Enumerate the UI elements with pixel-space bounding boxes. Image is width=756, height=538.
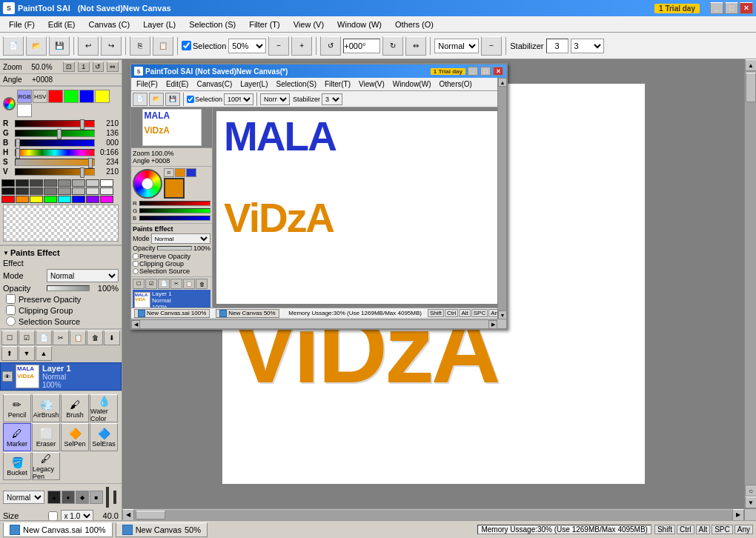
- flip-h-button[interactable]: ⇔: [405, 36, 426, 56]
- airbrush-tool[interactable]: 💨 AirBrush: [32, 394, 60, 422]
- hsv-mode-btn[interactable]: HSV: [33, 90, 47, 103]
- inner-menu-layer[interactable]: Layer(L): [236, 79, 271, 89]
- layer-up-btn[interactable]: ⬆: [1, 346, 18, 361]
- inner-menu-file[interactable]: File(F): [133, 79, 162, 89]
- color-cell-red[interactable]: [1, 196, 15, 203]
- brush-tool[interactable]: 🖌 Brush: [61, 394, 89, 422]
- palette-btn2[interactable]: [64, 90, 79, 103]
- inner-layer-btn1[interactable]: ☐: [133, 279, 145, 289]
- layer-visibility-icon[interactable]: 👁: [2, 371, 13, 382]
- inner-main-swatch[interactable]: [164, 178, 185, 199]
- rotate-reset-button[interactable]: ↺: [93, 62, 105, 72]
- tab1[interactable]: New Canvas.sai 100%: [3, 522, 113, 537]
- hue-circle-btn[interactable]: [3, 97, 16, 110]
- palette-btn3[interactable]: [79, 90, 94, 103]
- inner-canvas-content[interactable]: MALA ViDzA: [216, 111, 503, 304]
- save-button[interactable]: 💾: [49, 36, 70, 56]
- stabilizer-input[interactable]: [546, 39, 568, 53]
- menu-others[interactable]: Others (O): [389, 19, 440, 30]
- layer-new-btn[interactable]: ☐: [1, 331, 18, 345]
- inner-layer-btn5[interactable]: 📋: [183, 279, 195, 289]
- selection-checkbox[interactable]: [182, 41, 191, 50]
- redo-button[interactable]: ↪: [101, 36, 122, 56]
- inner-layer-btn3[interactable]: 📄: [158, 279, 170, 289]
- layer-item[interactable]: 👁 MALA ViDzA Layer 1 Normal 100%: [0, 362, 122, 391]
- v-slider-thumb[interactable]: [80, 167, 84, 178]
- menu-layer[interactable]: Layer (L): [137, 19, 182, 30]
- b-slider-thumb[interactable]: [16, 139, 20, 149]
- inner-opacity-slider[interactable]: [157, 246, 192, 250]
- brush-mode-dropdown[interactable]: Normal Multiply: [3, 491, 44, 504]
- scroll-thumb-h[interactable]: [136, 511, 165, 519]
- inner-menu-selection[interactable]: Selection(S): [273, 79, 320, 89]
- rotation-input[interactable]: [343, 39, 380, 53]
- gray-cell-10[interactable]: [30, 187, 43, 195]
- color-cell-purple[interactable]: [86, 196, 99, 203]
- layer-delete-btn[interactable]: 🗑: [87, 331, 103, 345]
- inner-color-swatch2[interactable]: [186, 168, 196, 177]
- gray-cell-12[interactable]: [58, 187, 71, 195]
- scroll-down-button[interactable]: ▼: [745, 497, 756, 508]
- inner-menu-filter[interactable]: Filter(T): [321, 79, 354, 89]
- gray-cell-14[interactable]: [86, 187, 99, 195]
- close-button[interactable]: ✕: [740, 2, 753, 14]
- color-cell-blue[interactable]: [72, 196, 85, 203]
- gray-cell-11[interactable]: [44, 187, 57, 195]
- menu-view[interactable]: View (V): [288, 19, 330, 30]
- pencil-tool[interactable]: ✏ Pencil: [3, 394, 31, 422]
- minimize-button[interactable]: _: [710, 2, 723, 14]
- layer-merge-btn[interactable]: ▼: [19, 346, 35, 361]
- inner-b-slider[interactable]: [139, 216, 210, 221]
- maximize-button[interactable]: □: [725, 2, 738, 14]
- inner-toolbar-new[interactable]: 📄: [133, 93, 147, 106]
- gray-cell-1[interactable]: [16, 179, 29, 187]
- menu-file[interactable]: File (F): [3, 19, 41, 30]
- color-cell-yellow[interactable]: [30, 196, 43, 203]
- inner-menu-others[interactable]: Others(O): [435, 79, 475, 89]
- h-slider-track[interactable]: [15, 149, 95, 156]
- tab2[interactable]: New Canvas 50%: [116, 522, 208, 537]
- inner-menu-canvas[interactable]: Canvas(C): [193, 79, 236, 89]
- color-cell-green[interactable]: [44, 196, 57, 203]
- gray-cell-0[interactable]: [1, 179, 15, 187]
- gray-cell-2[interactable]: [30, 179, 43, 187]
- layer-copy-btn[interactable]: 📄: [36, 331, 52, 345]
- color-cell-cyan[interactable]: [58, 196, 71, 203]
- selpen-tool[interactable]: 🔶 SelPen: [61, 423, 89, 451]
- layer-down-btn[interactable]: ⬇: [104, 331, 120, 345]
- inner-close-btn[interactable]: ✕: [493, 67, 503, 76]
- gray-cell-9[interactable]: [16, 187, 29, 195]
- opacity-slider[interactable]: [47, 285, 90, 291]
- layer-group-btn[interactable]: ▲: [36, 346, 52, 361]
- inner-layer-btn2[interactable]: ☑: [145, 279, 157, 289]
- inner-sel-source-radio[interactable]: [133, 268, 139, 274]
- menu-canvas[interactable]: Canvas (C): [83, 19, 136, 30]
- g-slider-thumb[interactable]: [57, 129, 62, 139]
- scroll-circle-btn[interactable]: ○: [745, 485, 756, 497]
- inner-stab-dropdown[interactable]: 3: [322, 93, 342, 105]
- zoom-out-button[interactable]: −: [268, 36, 289, 56]
- marker-tool[interactable]: 🖊 Marker: [3, 423, 31, 451]
- gray-cell-6[interactable]: [86, 179, 99, 187]
- layer-paste-btn[interactable]: 📋: [70, 331, 86, 345]
- open-button[interactable]: 📂: [26, 36, 47, 56]
- color-cell-orange[interactable]: [16, 196, 29, 203]
- h-slider-thumb[interactable]: [16, 148, 20, 159]
- inner-sel-checkbox[interactable]: [187, 96, 194, 103]
- selection-source-radio[interactable]: [6, 316, 16, 326]
- inner-zoom-dropdown[interactable]: 100%: [224, 93, 253, 105]
- menu-filter[interactable]: Filter (T): [243, 19, 286, 30]
- s-slider-thumb[interactable]: [88, 158, 93, 168]
- paints-section-header[interactable]: ▼ Paints Effect: [3, 248, 119, 258]
- r-slider-track[interactable]: [15, 120, 95, 127]
- inner-tab1[interactable]: New Canvas.sai 100%: [134, 309, 210, 318]
- color-cell-magenta[interactable]: [100, 196, 113, 203]
- inner-rgb-btn[interactable]: R: [164, 168, 174, 177]
- brush-shape-4[interactable]: ■: [90, 491, 103, 504]
- paste-button[interactable]: 📋: [153, 36, 173, 56]
- g-slider-track[interactable]: [15, 130, 95, 137]
- menu-window[interactable]: Window (W): [331, 19, 388, 30]
- scroll-up-button[interactable]: ▲: [745, 59, 756, 71]
- inner-toolbar-open[interactable]: 📂: [149, 93, 164, 106]
- preserve-checkbox[interactable]: [6, 294, 16, 304]
